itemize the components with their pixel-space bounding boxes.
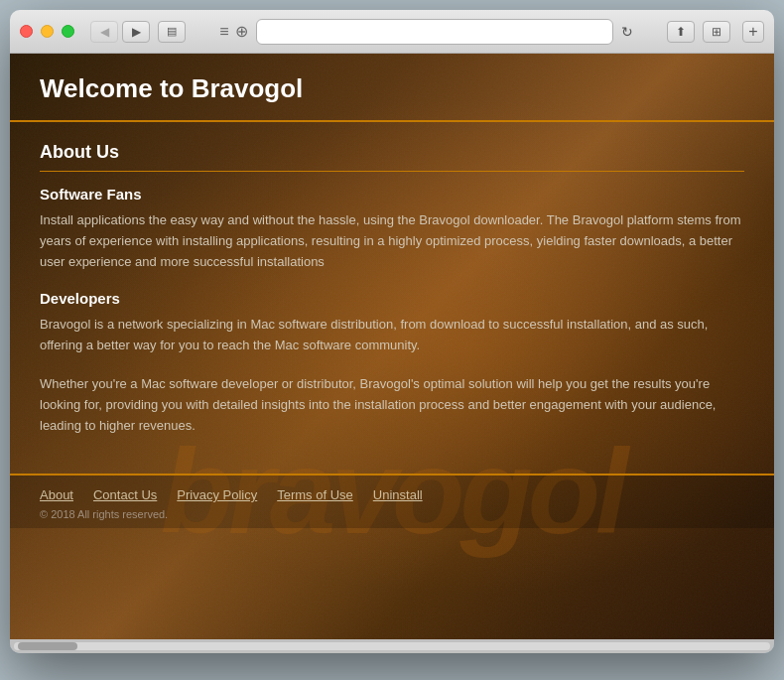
footer-link-about[interactable]: About xyxy=(40,487,73,502)
scrollbar[interactable] xyxy=(10,639,774,653)
footer-link-privacy[interactable]: Privacy Policy xyxy=(177,487,257,502)
webpage: bravogol Welcome to Bravogol About Us So… xyxy=(10,54,774,639)
scrollbar-thumb[interactable] xyxy=(18,642,77,650)
software-fans-text: Install applications the easy way and wi… xyxy=(40,210,744,272)
sidebar-button[interactable]: ▤ xyxy=(158,21,186,43)
about-us-heading: About Us xyxy=(40,142,744,172)
reload-icon: ↻ xyxy=(621,24,633,40)
scrollbar-track xyxy=(14,642,770,650)
close-button[interactable] xyxy=(20,25,33,38)
back-button[interactable]: ◀ xyxy=(90,21,118,43)
footer-links: About Contact Us Privacy Policy Terms of… xyxy=(40,487,744,502)
reload-button[interactable]: ↻ xyxy=(621,24,633,40)
browser-window: ◀ ▶ ▤ ≡ ⊕ ↻ ⬆ ⊞ xyxy=(10,10,774,653)
share-icon: ⬆ xyxy=(676,25,686,39)
nav-buttons: ◀ ▶ xyxy=(90,21,150,43)
developers-section: Developers Bravogol is a network special… xyxy=(40,290,744,436)
new-tab-icon: + xyxy=(748,23,757,41)
site-header: Welcome to Bravogol xyxy=(10,54,774,122)
footer-link-terms[interactable]: Terms of Use xyxy=(277,487,353,502)
developers-text-1: Bravogol is a network specializing in Ma… xyxy=(40,315,744,356)
address-bar-area: ≡ ⊕ ↻ xyxy=(201,19,651,45)
list-icon: ≡ xyxy=(219,23,228,41)
forward-icon: ▶ xyxy=(132,25,141,39)
site-footer: About Contact Us Privacy Policy Terms of… xyxy=(10,474,774,528)
software-fans-heading: Software Fans xyxy=(40,186,744,203)
footer-link-uninstall[interactable]: Uninstall xyxy=(373,487,423,502)
back-icon: ◀ xyxy=(100,25,109,39)
developers-heading: Developers xyxy=(40,290,744,307)
site-title: Welcome to Bravogol xyxy=(40,73,744,104)
titlebar: ◀ ▶ ▤ ≡ ⊕ ↻ ⬆ ⊞ xyxy=(10,10,774,54)
copyright: © 2018 All rights reserved. xyxy=(40,508,744,520)
url-bar[interactable] xyxy=(256,19,613,45)
toolbar-right: ⬆ ⊞ + xyxy=(667,21,764,43)
share-button[interactable]: ⬆ xyxy=(667,21,695,43)
software-fans-section: Software Fans Install applications the e… xyxy=(40,186,744,272)
minimize-button[interactable] xyxy=(41,25,54,38)
forward-button[interactable]: ▶ xyxy=(122,21,150,43)
main-content: About Us Software Fans Install applicati… xyxy=(10,122,774,474)
footer-link-contact[interactable]: Contact Us xyxy=(93,487,157,502)
new-tab-button[interactable]: + xyxy=(742,21,764,43)
tab-overview-icon: ⊞ xyxy=(712,25,721,39)
tab-overview-button[interactable]: ⊞ xyxy=(703,21,730,43)
developers-text-2: Whether you're a Mac software developer … xyxy=(40,374,744,436)
add-tab-icon: ⊕ xyxy=(235,22,248,41)
maximize-button[interactable] xyxy=(62,25,74,38)
address-bar-controls: ≡ ⊕ xyxy=(219,22,247,41)
traffic-lights xyxy=(20,25,74,38)
sidebar-icon: ▤ xyxy=(167,25,177,38)
page-content: Welcome to Bravogol About Us Software Fa… xyxy=(10,54,774,528)
